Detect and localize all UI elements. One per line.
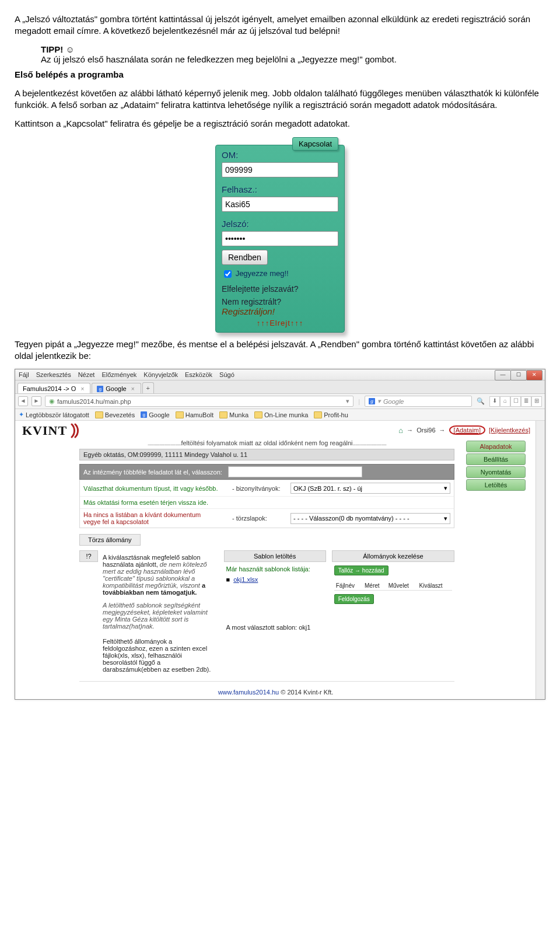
institution-header: Egyéb oktatás, OM:099999, 11111 Mindegy … [79,449,454,460]
kapcsolat-tab[interactable]: Kapcsolat [292,137,338,151]
th-size: Méret [363,581,387,591]
side-btn-beallitas[interactable]: Beállítás [466,453,526,465]
vertical-scrollbar[interactable] [536,421,545,699]
logo-swirl-icon [69,423,82,438]
search-box[interactable]: g ▾ Google [365,396,472,407]
bookmark-label: On-Line munka [264,411,308,418]
adataim-link[interactable]: [Adataim] [454,427,481,434]
chevron-down-icon: ▾ [356,468,359,476]
toolbar-download-icon[interactable]: ⬇ [489,396,500,407]
row4-label: Ha nincs a listában a kívánt dokumentum … [83,511,232,525]
user-bar: ⌂ → Orsi96 → [Adataim] [Kijelentkezés] [398,425,530,435]
plus-icon: + [146,385,150,392]
password-input[interactable] [222,231,338,246]
google-icon: g [141,411,147,418]
window-close-icon[interactable]: ✕ [526,370,542,381]
feldolgozas-button[interactable]: Feldolgozás [334,594,374,604]
logout-link[interactable]: [Kijelentkezés] [489,427,530,434]
bookmark-profit[interactable]: Profit-hu [314,411,348,418]
menu-edit[interactable]: Szerkesztés [36,371,71,378]
task-select-label: Az intézmény többféle feladatot lát el, … [83,469,222,476]
home-icon[interactable]: ⌂ [398,426,403,435]
form-rows: Választhat dokumentum típust, itt vagy k… [79,480,454,528]
bookmark-munka[interactable]: Munka [219,411,249,418]
tab-close-icon[interactable]: × [131,386,135,392]
tipp-label: TIPP! [41,44,63,54]
user-input[interactable] [222,197,338,212]
browser-tab-2[interactable]: g Google × [92,383,141,393]
window-minimize-icon[interactable]: — [495,370,511,381]
side-menu: Alapadatok Beállítás Nyomtatás Letöltés [466,441,526,491]
col2-p1: Már használt sablonok listája: [226,566,324,573]
side-btn-nyomtatas[interactable]: Nyomtatás [466,466,526,478]
smiley-icon: ☺ [66,44,75,54]
task-select-value: szakképzés, szakképesítés [231,469,309,476]
register-link[interactable]: Regisztráljon! [222,306,338,316]
menu-file[interactable]: Fájl [19,371,29,378]
menu-view[interactable]: Nézet [78,371,95,378]
menu-tools[interactable]: Eszközök [185,371,212,378]
col1-p1: A kiválasztásnak megfelelő sablon haszná… [103,554,216,596]
bullet-icon: ■ [226,576,230,583]
file-table: Fájlnév Méret Művelet Kiválaszt [334,581,452,591]
footer-copy: © 2014 Kvint-r Kft. [279,689,333,696]
cert-select[interactable]: OKJ (SzB 201. r. sz) - új▾ [290,483,450,494]
side-btn-alapadatok[interactable]: Alapadatok [466,441,526,452]
help-col-head[interactable]: !? [79,550,98,562]
search-icon[interactable]: 🔍 [475,397,486,405]
address-bar[interactable]: ◉ famulus2014.hu/main.php ▾ [45,396,354,407]
globe-icon: ◉ [49,397,55,405]
side-btn-letoltes[interactable]: Letöltés [466,479,526,491]
remember-checkbox[interactable] [224,270,232,278]
dropdown-icon[interactable]: ▾ [346,397,349,405]
menu-bookmarks[interactable]: Könyvjelzők [144,371,178,378]
tab-2-title: Google [106,385,126,392]
bookmark-bevezetes[interactable]: Bevezetés [95,411,135,418]
file-link-okj1[interactable]: okj1.xlsx [233,576,258,583]
torzslap-select[interactable]: - - - - Válasszon(0 db nyomtatvány) - - … [290,513,450,524]
bookmark-label: HamuBolt [186,411,214,418]
url-text: famulus2014.hu/main.php [57,398,131,405]
paragraph-3: Kattintson a „Kapcsolat" feliratra és gé… [15,118,545,130]
col2-head: Sablon letöltés [224,550,326,562]
browser-menubar: Fájl Szerkesztés Nézet Előzmények Könyvj… [15,369,545,381]
toolbar-icons: ⬇ ⌂ ☐ ≣ ⊞ [489,396,542,407]
footer-url[interactable]: www.famulus2014.hu [218,689,279,696]
menu-help[interactable]: Súgó [219,371,235,378]
toolbar-home-icon[interactable]: ⌂ [500,396,510,407]
folder-icon [314,411,322,418]
task-select[interactable]: szakképzés, szakképesítés▾ [228,466,362,477]
bookmark-label: Google [149,411,169,418]
torzs-allomany-tab[interactable]: Törzs állomány [79,534,141,546]
menu-history[interactable]: Előzmények [102,371,136,378]
bookmark-online-munka[interactable]: On-Line munka [254,411,308,418]
new-tab-button[interactable]: + [142,382,154,393]
bookmark-google[interactable]: gGoogle [141,411,169,418]
nav-back-icon[interactable]: ◄ [18,396,28,406]
toolbar-bookmark-icon[interactable]: ☐ [510,396,521,407]
rendben-button[interactable]: Rendben [222,250,268,265]
bookmark-hamubolt[interactable]: HamuBolt [176,411,214,418]
folder-icon [95,411,103,418]
user-label: Felhasz.: [216,180,344,197]
page-footer: www.famulus2014.hu © 2014 Kvint-r Kft. [15,685,536,697]
toolbar-grid-icon[interactable]: ⊞ [531,396,542,407]
page-content: KVINT ⌂ → Orsi96 → [Adataim] [Kijelentke… [15,421,536,699]
remember-label: Jegyezze meg!! [236,268,289,277]
window-maximize-icon[interactable]: ☐ [510,370,527,381]
bookmark-most-visited[interactable]: ✦Legtöbbször látogatott [19,411,89,418]
chevron-down-icon: ▾ [444,484,447,492]
tab-1-title: Famulus2014 -> O [23,385,76,392]
bookmark-label: Bevezetés [105,411,135,418]
nav-forward-icon[interactable]: ► [32,396,41,406]
browser-tab-1[interactable]: Famulus2014 -> O × [18,383,90,393]
hide-link[interactable]: ↑↑↑Elrejt↑↑↑ [216,319,344,327]
paragraph-intro: A „Jelszó változtatás" gombra történt ka… [15,13,545,37]
toolbar-feed-icon[interactable]: ≣ [521,396,531,407]
tab-close-icon[interactable]: × [80,386,84,392]
forgot-password-link[interactable]: Elfelejtette jelszavát? [222,284,338,294]
google-favicon-icon: g [97,386,103,392]
om-input[interactable] [222,162,338,177]
talloz-button[interactable]: Tallóz → hozzáad [334,566,388,575]
logo-text: KVINT [22,423,67,438]
